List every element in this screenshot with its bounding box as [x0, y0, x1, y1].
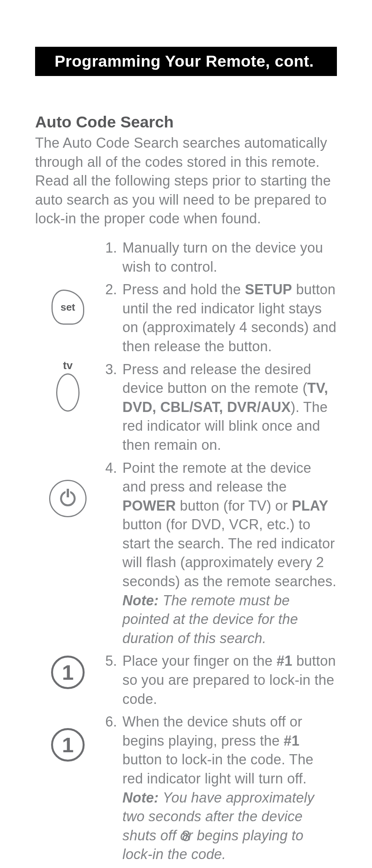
step-text: Manually turn on the device you wish to … [122, 239, 337, 276]
step-number: 2. [101, 280, 122, 299]
number-one-button-icon: 1 [51, 728, 85, 762]
tv-button-icon: tv [56, 359, 80, 412]
step-text: Press and hold the SETUP button until th… [122, 280, 337, 356]
steps-list: 1. Manually turn on the device you wish … [35, 239, 337, 868]
step-text: Press and release the desired device but… [122, 360, 337, 455]
section-title: Auto Code Search [35, 113, 337, 131]
step-number: 5. [101, 652, 122, 671]
list-item: tv 3. Press and release the desired devi… [35, 360, 337, 455]
page-number: 8 [0, 828, 372, 845]
step-number: 3. [101, 360, 122, 379]
list-item: 1. Manually turn on the device you wish … [35, 239, 337, 276]
section-intro: The Auto Code Search searches automatica… [35, 134, 337, 228]
power-icon [60, 491, 76, 506]
step-text: Point the remote at the device and press… [122, 459, 337, 648]
list-item: 4. Point the remote at the device and pr… [35, 459, 337, 648]
setup-button-icon: set [51, 290, 84, 325]
step-number: 6. [101, 712, 122, 732]
list-item: 1 5. Place your finger on the #1 button … [35, 652, 337, 709]
list-item: set 2. Press and hold the SETUP button u… [35, 280, 337, 356]
page-banner: Programming Your Remote, cont. [35, 47, 337, 76]
number-one-button-icon: 1 [51, 656, 85, 689]
oval-icon [56, 373, 80, 412]
step-number: 1. [101, 239, 122, 258]
step-number: 4. [101, 459, 122, 478]
tv-icon-label: tv [63, 359, 73, 372]
power-button-icon [49, 480, 87, 517]
step-text: Place your finger on the #1 button so yo… [122, 652, 337, 709]
